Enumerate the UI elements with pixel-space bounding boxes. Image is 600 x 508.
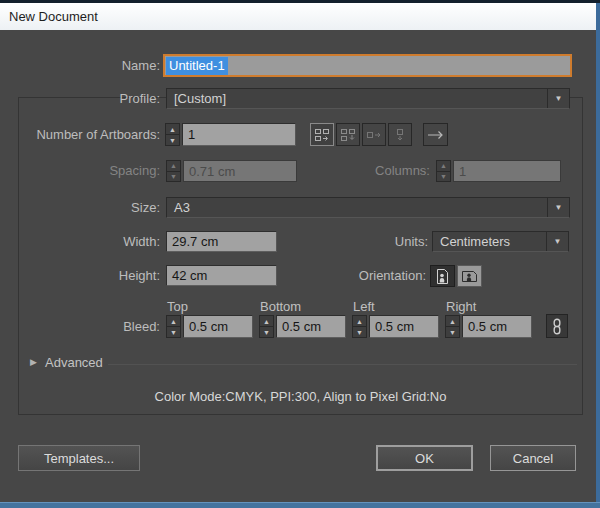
ok-button[interactable]: OK bbox=[376, 445, 473, 471]
bleed-left-stepper[interactable]: ▲ ▼ bbox=[352, 315, 367, 338]
name-value-selected: Untitled-1 bbox=[166, 57, 228, 75]
stepper-up-icon: ▲ bbox=[437, 161, 450, 172]
bleed-top-input[interactable]: 0.5 cm bbox=[183, 315, 253, 338]
orientation-landscape-button[interactable] bbox=[457, 265, 482, 287]
bleed-bottom-header: Bottom bbox=[260, 300, 301, 313]
arrange-by-column-button[interactable] bbox=[388, 123, 412, 146]
spacing-label: Spacing: bbox=[0, 160, 160, 182]
columns-stepper: ▲ ▼ bbox=[436, 160, 451, 182]
chevron-down-icon: ▼ bbox=[555, 204, 563, 212]
bleed-top-header: Top bbox=[167, 300, 188, 313]
size-dropdown[interactable]: A3 ▼ bbox=[166, 197, 570, 218]
units-label: Units: bbox=[330, 231, 428, 252]
stepper-down-icon[interactable]: ▼ bbox=[167, 327, 180, 337]
advanced-separator bbox=[108, 364, 577, 365]
stepper-down-icon[interactable]: ▼ bbox=[166, 135, 179, 145]
units-dropdown[interactable]: Centimeters ▼ bbox=[432, 231, 569, 252]
stepper-down-icon[interactable]: ▼ bbox=[353, 327, 366, 337]
stepper-up-icon[interactable]: ▲ bbox=[166, 124, 179, 135]
templates-button[interactable]: Templates... bbox=[18, 445, 140, 471]
chevron-down-icon: ▼ bbox=[555, 95, 563, 103]
cancel-button[interactable]: Cancel bbox=[490, 445, 576, 471]
bleed-bottom-stepper[interactable]: ▲ ▼ bbox=[259, 315, 274, 338]
document-summary: Color Mode:CMYK, PPI:300, Align to Pixel… bbox=[18, 389, 583, 404]
right-arrow-icon bbox=[425, 128, 446, 142]
artboards-input[interactable]: 1 bbox=[182, 123, 296, 146]
bleed-bottom-input[interactable]: 0.5 cm bbox=[276, 315, 346, 338]
grid-by-column-icon bbox=[340, 128, 356, 142]
bleed-top-stepper[interactable]: ▲ ▼ bbox=[166, 315, 181, 338]
new-document-dialog: New Document Name: Untitled-1 Profile: [… bbox=[0, 0, 600, 508]
height-label: Height: bbox=[0, 265, 160, 286]
grid-by-row-button[interactable] bbox=[310, 123, 334, 146]
units-value: Centimeters bbox=[440, 234, 510, 249]
name-label: Name: bbox=[0, 54, 160, 77]
window-edge-bottom bbox=[0, 502, 600, 508]
orientation-portrait-button[interactable] bbox=[430, 265, 455, 287]
chain-link-icon bbox=[551, 318, 563, 335]
spacing-stepper: ▲ ▼ bbox=[166, 160, 181, 182]
stepper-up-icon[interactable]: ▲ bbox=[446, 316, 459, 327]
bleed-link-values-button[interactable] bbox=[546, 314, 568, 338]
units-dropdown-button[interactable]: ▼ bbox=[546, 232, 568, 251]
width-input[interactable]: 29.7 cm bbox=[166, 231, 277, 252]
height-input[interactable]: 42 cm bbox=[166, 265, 277, 286]
stepper-up-icon[interactable]: ▲ bbox=[167, 316, 180, 327]
arrange-by-row-button[interactable] bbox=[362, 123, 386, 146]
arrange-by-row-icon bbox=[366, 128, 382, 142]
size-label: Size: bbox=[0, 197, 160, 218]
bleed-label: Bleed: bbox=[0, 315, 160, 338]
grid-by-row-icon bbox=[314, 128, 330, 142]
stepper-down-icon: ▼ bbox=[167, 172, 180, 182]
stepper-down-icon: ▼ bbox=[437, 172, 450, 182]
profile-dropdown[interactable]: [Custom] ▼ bbox=[166, 88, 570, 109]
chevron-down-icon: ▼ bbox=[554, 238, 562, 246]
spacing-input: 0.71 cm bbox=[183, 160, 297, 182]
bleed-left-header: Left bbox=[353, 300, 375, 313]
artboards-label: Number of Artboards: bbox=[0, 123, 160, 146]
profile-dropdown-button[interactable]: ▼ bbox=[547, 89, 569, 108]
bleed-right-input[interactable]: 0.5 cm bbox=[462, 315, 532, 338]
columns-label: Columns: bbox=[300, 160, 430, 182]
landscape-icon bbox=[461, 270, 478, 283]
size-value: A3 bbox=[174, 200, 190, 215]
advanced-toggle[interactable]: Advanced bbox=[45, 355, 103, 370]
stepper-up-icon: ▲ bbox=[167, 161, 180, 172]
stepper-down-icon[interactable]: ▼ bbox=[260, 327, 273, 337]
orientation-label: Orientation: bbox=[290, 265, 426, 287]
profile-value: [Custom] bbox=[174, 91, 226, 106]
size-dropdown-button[interactable]: ▼ bbox=[547, 198, 569, 217]
stepper-down-icon[interactable]: ▼ bbox=[446, 327, 459, 337]
width-label: Width: bbox=[0, 231, 160, 252]
stepper-up-icon[interactable]: ▲ bbox=[353, 316, 366, 327]
artboards-stepper[interactable]: ▲ ▼ bbox=[165, 123, 180, 146]
bleed-left-input[interactable]: 0.5 cm bbox=[369, 315, 439, 338]
bleed-right-stepper[interactable]: ▲ ▼ bbox=[445, 315, 460, 338]
window-title: New Document bbox=[9, 9, 98, 24]
layout-direction-button[interactable] bbox=[423, 123, 448, 146]
bleed-right-header: Right bbox=[446, 300, 476, 313]
grid-by-column-button[interactable] bbox=[336, 123, 360, 146]
titlebar[interactable]: New Document bbox=[0, 3, 596, 30]
portrait-icon bbox=[436, 268, 449, 285]
profile-label: Profile: bbox=[0, 88, 160, 109]
window-edge-right bbox=[596, 0, 600, 508]
stepper-up-icon[interactable]: ▲ bbox=[260, 316, 273, 327]
name-input[interactable]: Untitled-1 bbox=[163, 54, 572, 77]
disclosure-triangle-icon[interactable]: ▶ bbox=[30, 357, 37, 367]
arrange-by-column-icon bbox=[392, 128, 408, 142]
columns-input: 1 bbox=[453, 160, 561, 182]
